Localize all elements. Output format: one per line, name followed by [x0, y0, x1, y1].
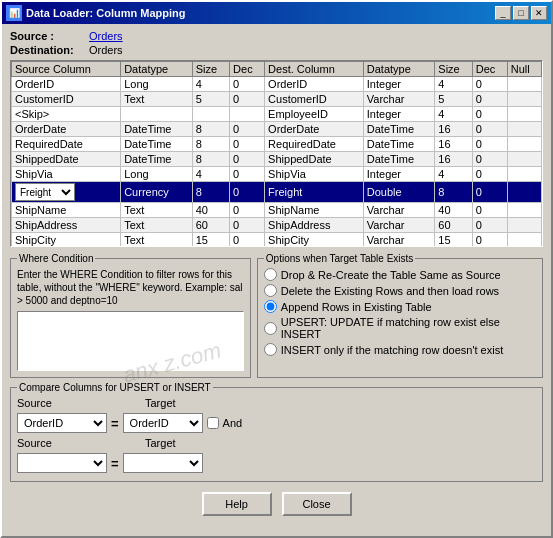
col-header-dest-size: Size	[435, 62, 472, 77]
options-panel: Options when Target Table Exists Drop & …	[257, 253, 543, 378]
source-value[interactable]: Orders	[89, 30, 123, 42]
table-row[interactable]: FreightCurrency80FreightDouble80	[12, 182, 542, 203]
options-radio-item: UPSERT: UPDATE if matching row exist els…	[264, 316, 536, 340]
compare-source-label-2: Source	[17, 437, 57, 449]
compare-target-label-2: Target	[145, 437, 185, 449]
compare-panel: Compare Columns for UPSERT or INSERT Sou…	[10, 382, 543, 482]
compare-row-1-inputs: OrderID = OrderID And	[17, 413, 536, 433]
bottom-buttons: Help Close	[10, 488, 543, 520]
table-row[interactable]: OrderIDLong40OrderIDInteger40	[12, 77, 542, 92]
and-label-1: And	[223, 417, 243, 429]
options-radio-item: Delete the Existing Rows and then load r…	[264, 284, 536, 297]
title-bar-controls: _ □ ✕	[495, 6, 547, 20]
table-row[interactable]: CustomerIDText50CustomerIDVarchar50	[12, 92, 542, 107]
source-label: Source :	[10, 30, 85, 42]
where-condition-legend: Where Condition	[17, 253, 95, 264]
options-radio-item: Append Rows in Existing Table	[264, 300, 536, 313]
compare-row-2: Source Target	[17, 437, 536, 449]
col-header-source-datatype: Datatype	[121, 62, 193, 77]
options-radio-label: Delete the Existing Rows and then load r…	[281, 285, 499, 297]
compare-row-1: Source Target	[17, 397, 536, 409]
table-body: OrderIDLong40OrderIDInteger40CustomerIDT…	[12, 77, 542, 247]
options-radio-item: INSERT only if the matching row doesn't …	[264, 343, 536, 356]
maximize-button[interactable]: □	[513, 6, 529, 20]
compare-target-select-1[interactable]: OrderID	[123, 413, 203, 433]
where-textarea[interactable]	[17, 311, 244, 371]
options-radio-item: Drop & Re-Create the Table Same as Sourc…	[264, 268, 536, 281]
destination-line: Destination: Orders	[10, 44, 543, 56]
where-description: Enter the WHERE Condition to filter rows…	[17, 268, 244, 307]
table-row[interactable]: ShipAddressText600ShipAddressVarchar600	[12, 218, 542, 233]
compare-legend: Compare Columns for UPSERT or INSERT	[17, 382, 213, 393]
compare-target-select-2[interactable]	[123, 453, 203, 473]
col-header-dest-column: Dest. Column	[265, 62, 364, 77]
col-header-null: Null	[507, 62, 541, 77]
options-radio-input[interactable]	[264, 322, 277, 335]
main-window: 📊 Data Loader: Column Mapping _ □ ✕ Sour…	[0, 0, 553, 538]
compare-source-select-1[interactable]: OrderID	[17, 413, 107, 433]
table-scroll-area[interactable]: Source Column Datatype Size Dec Dest. Co…	[11, 61, 542, 246]
options-radio-label: INSERT only if the matching row doesn't …	[281, 344, 503, 356]
where-condition-panel: Where Condition Enter the WHERE Conditio…	[10, 253, 251, 378]
close-window-button[interactable]: ✕	[531, 6, 547, 20]
options-radio-input[interactable]	[264, 343, 277, 356]
table-row[interactable]: <Skip>EmployeeIDInteger40	[12, 107, 542, 122]
content-area: Source : Orders Destination: Orders Sour…	[2, 24, 551, 526]
col-header-dest-dec: Dec	[472, 62, 507, 77]
col-header-source-size: Size	[192, 62, 229, 77]
col-header-source-dec: Dec	[230, 62, 265, 77]
column-mapping-table: Source Column Datatype Size Dec Dest. Co…	[11, 61, 542, 246]
minimize-button[interactable]: _	[495, 6, 511, 20]
close-button[interactable]: Close	[282, 492, 352, 516]
col-header-dest-datatype: Datatype	[363, 62, 435, 77]
compare-source-label-1: Source	[17, 397, 57, 409]
where-panel-inner: Enter the WHERE Condition to filter rows…	[17, 268, 244, 373]
table-row[interactable]: ShipCityText150ShipCityVarchar150	[12, 233, 542, 247]
options-radio-label: UPSERT: UPDATE if matching row exist els…	[281, 316, 536, 340]
window-icon: 📊	[6, 5, 22, 21]
help-button[interactable]: Help	[202, 492, 272, 516]
source-line: Source : Orders	[10, 30, 543, 42]
destination-label: Destination:	[10, 44, 85, 56]
table-header-row: Source Column Datatype Size Dec Dest. Co…	[12, 62, 542, 77]
options-radio-label: Append Rows in Existing Table	[281, 301, 432, 313]
table-row[interactable]: ShipViaLong40ShipViaInteger40	[12, 167, 542, 182]
destination-value: Orders	[89, 44, 123, 56]
title-bar: 📊 Data Loader: Column Mapping _ □ ✕	[2, 2, 551, 24]
compare-source-select-2[interactable]	[17, 453, 107, 473]
options-radio-input[interactable]	[264, 300, 277, 313]
options-radio-label: Drop & Re-Create the Table Same as Sourc…	[281, 269, 501, 281]
table-row[interactable]: ShipNameText400ShipNameVarchar400	[12, 203, 542, 218]
col-header-source-column: Source Column	[12, 62, 121, 77]
table-row[interactable]: ShippedDateDateTime80ShippedDateDateTime…	[12, 152, 542, 167]
compare-row-2-inputs: =	[17, 453, 536, 473]
options-legend: Options when Target Table Exists	[264, 253, 416, 264]
and-checkbox-1[interactable]	[207, 417, 219, 429]
options-radio-input[interactable]	[264, 268, 277, 281]
equals-sign-1: =	[111, 416, 119, 431]
equals-sign-2: =	[111, 456, 119, 471]
table-row[interactable]: OrderDateDateTime80OrderDateDateTime160	[12, 122, 542, 137]
options-radios: Drop & Re-Create the Table Same as Sourc…	[264, 268, 536, 356]
source-column-dropdown[interactable]: Freight	[15, 183, 75, 201]
bottom-panels: Where Condition Enter the WHERE Conditio…	[10, 253, 543, 378]
compare-target-label-1: Target	[145, 397, 185, 409]
table-row[interactable]: RequiredDateDateTime80RequiredDateDateTi…	[12, 137, 542, 152]
title-bar-text: 📊 Data Loader: Column Mapping	[6, 5, 186, 21]
column-mapping-table-container: Source Column Datatype Size Dec Dest. Co…	[10, 60, 543, 247]
options-radio-input[interactable]	[264, 284, 277, 297]
